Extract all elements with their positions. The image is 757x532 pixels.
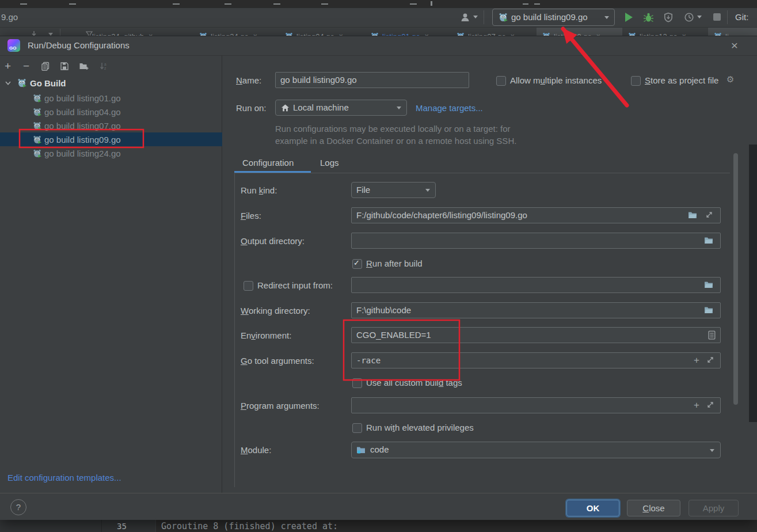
allow-multiple-instances-checkbox[interactable] xyxy=(496,76,506,86)
run-debug-configurations-dialog: GO Run/Debug Configurations × + − az Go … xyxy=(0,36,757,520)
debug-button[interactable] xyxy=(643,12,654,23)
run-on-label: Run on: xyxy=(236,103,267,113)
program-arguments-label: Program arguments: xyxy=(241,401,319,411)
tree-item-label: go build listing24.go xyxy=(44,149,121,158)
close-button[interactable]: Close xyxy=(627,500,680,516)
run-kind-dropdown[interactable]: File xyxy=(351,182,436,198)
tab-logs[interactable]: Logs xyxy=(320,158,339,168)
tree-item-label: go build listing01.go xyxy=(44,93,121,103)
allow-multiple-instances-label[interactable]: Allow multiple instances xyxy=(510,75,602,85)
gear-icon[interactable]: ⚙ xyxy=(726,74,734,85)
module-dropdown[interactable]: code xyxy=(351,442,721,458)
chevron-down-icon[interactable] xyxy=(5,79,12,86)
run-button[interactable] xyxy=(625,13,633,22)
run-on-dropdown-arrow xyxy=(397,107,401,109)
tree-item-listing07[interactable]: go build listing07.go xyxy=(0,119,222,132)
run-kind-label: Run kind: xyxy=(241,185,277,195)
store-as-project-file-label[interactable]: Store as project file xyxy=(645,75,718,85)
store-as-project-file-checkbox[interactable] xyxy=(631,76,641,86)
copy-configuration-icon[interactable] xyxy=(41,62,50,71)
edit-configuration-templates-link[interactable]: Edit configuration templates... xyxy=(7,473,121,482)
gopher-icon xyxy=(33,135,41,144)
go-tool-arguments-input[interactable]: -race + xyxy=(351,352,721,368)
run-panel-edge xyxy=(0,519,102,532)
dialog-footer: ? OK Close Apply xyxy=(0,493,757,520)
redirect-input-label[interactable]: Redirect input from: xyxy=(257,280,333,290)
name-input[interactable]: go build listing09.go xyxy=(275,72,469,88)
run-on-help-line2: example in a Docker Container or on a re… xyxy=(275,136,516,146)
help-button[interactable]: ? xyxy=(10,499,26,515)
stop-button[interactable] xyxy=(713,13,721,21)
gopher-icon xyxy=(33,108,41,116)
working-directory-value: F:\github\code xyxy=(356,305,411,315)
files-value: F:/github/code/chapter6/listing09/listin… xyxy=(356,210,527,220)
run-on-value: Local machine xyxy=(293,102,349,112)
manage-targets-link[interactable]: Manage targets... xyxy=(416,103,483,113)
use-custom-build-tags-checkbox[interactable] xyxy=(352,378,362,388)
save-configuration-icon[interactable] xyxy=(60,62,69,71)
gopher-icon xyxy=(17,78,26,88)
name-label: Name: xyxy=(236,75,261,85)
remove-configuration-button[interactable]: − xyxy=(23,60,29,72)
expand-field-icon[interactable] xyxy=(706,356,714,364)
tree-item-label: go build listing04.go xyxy=(44,107,121,117)
tree-root-go-build[interactable]: Go Build xyxy=(0,76,222,90)
user-dropdown-arrow[interactable] xyxy=(473,16,478,18)
tree-item-listing24[interactable]: go build listing24.go xyxy=(0,146,222,160)
screen: 9.go go build listing09.go xyxy=(0,0,757,532)
files-input[interactable]: F:/github/code/chapter6/listing09/listin… xyxy=(351,207,721,223)
editor-code-line: Goroutine 8 (finished) created at: xyxy=(161,521,338,531)
go-tool-arguments-label: Go tool arguments: xyxy=(241,356,314,366)
module-value: code xyxy=(370,444,389,454)
close-icon[interactable]: × xyxy=(728,39,741,52)
working-directory-input[interactable]: F:\github\code xyxy=(351,302,721,318)
use-custom-build-tags-label[interactable]: Use all custom build tags xyxy=(366,378,462,387)
add-argument-icon[interactable]: + xyxy=(694,400,699,411)
tree-item-listing04[interactable]: go build listing04.go xyxy=(0,105,222,119)
new-folder-icon[interactable] xyxy=(79,62,89,71)
go-tool-arguments-value: -race xyxy=(356,356,381,365)
form-scrollbar[interactable] xyxy=(733,153,738,405)
window-top-strip xyxy=(0,0,757,8)
environment-variables-list-icon[interactable] xyxy=(708,330,716,340)
environment-input[interactable]: CGO_ENABLED=1 xyxy=(351,327,721,343)
module-label: Module: xyxy=(241,445,271,455)
run-configuration-name: go build listing09.go xyxy=(511,12,588,22)
profiler-dropdown-arrow[interactable] xyxy=(697,16,702,18)
add-argument-icon[interactable]: + xyxy=(694,355,699,366)
line-number: 35 xyxy=(117,522,127,531)
browse-folder-icon[interactable] xyxy=(704,306,713,314)
profiler-icon[interactable] xyxy=(684,12,694,22)
output-directory-input[interactable] xyxy=(351,233,721,249)
sort-alphabetically-icon: az xyxy=(99,62,108,71)
tree-item-listing01[interactable]: go build listing01.go xyxy=(0,91,222,105)
elevated-privileges-checkbox[interactable] xyxy=(352,423,362,433)
run-after-build-checkbox[interactable] xyxy=(352,259,362,269)
tab-configuration[interactable]: Configuration xyxy=(242,158,294,168)
add-configuration-button[interactable]: + xyxy=(5,60,11,72)
browse-folder-icon[interactable] xyxy=(704,236,713,245)
run-configuration-selector[interactable]: go build listing09.go xyxy=(492,9,615,26)
ide-toolbar: 9.go go build listing09.go xyxy=(0,8,757,27)
tree-item-listing09-selected[interactable]: go build listing09.go xyxy=(0,132,222,146)
browse-folder-icon[interactable] xyxy=(704,280,713,289)
run-after-build-label[interactable]: Run after build xyxy=(366,259,423,268)
window-title-fragment: 9.go xyxy=(1,12,18,22)
program-arguments-input[interactable]: + xyxy=(351,397,721,413)
user-account-icon[interactable] xyxy=(460,12,470,22)
right-edge-strip xyxy=(749,145,757,422)
svg-text:z: z xyxy=(104,66,106,70)
git-label[interactable]: Git: xyxy=(735,12,748,22)
elevated-privileges-label[interactable]: Run with elevated privileges xyxy=(366,423,474,432)
redirect-input-input[interactable] xyxy=(351,277,721,293)
working-directory-label: Working directory: xyxy=(241,306,310,316)
expand-field-icon[interactable] xyxy=(705,211,713,219)
expand-field-icon[interactable] xyxy=(706,401,714,409)
browse-folder-icon[interactable] xyxy=(688,211,697,219)
tree-item-label: go build listing09.go xyxy=(44,135,121,145)
ok-button[interactable]: OK xyxy=(566,500,619,516)
environment-value: CGO_ENABLED=1 xyxy=(356,330,431,340)
run-with-coverage-icon[interactable] xyxy=(663,12,674,22)
redirect-input-checkbox[interactable] xyxy=(244,281,253,291)
run-on-dropdown[interactable]: Local machine xyxy=(275,100,407,116)
